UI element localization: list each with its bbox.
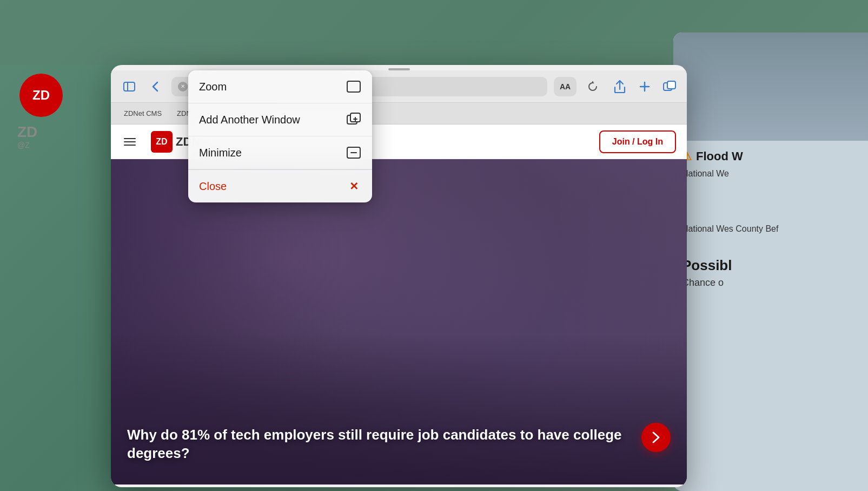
minimize-label: Minimize [199, 147, 242, 159]
address-close-button[interactable]: ✕ [178, 82, 188, 91]
hero-section: Why do 81% of tech employers still requi… [111, 159, 687, 485]
zoom-menu-item[interactable]: Zoom [188, 70, 372, 103]
flood-alert-panel: ⚠ Flood W National We National Wes Count… [673, 141, 868, 297]
zdnet-logo-icon: ZD [151, 131, 173, 153]
alert-subtitle-2: National Wes County Bef [682, 223, 859, 235]
back-button[interactable] [145, 77, 165, 96]
right-side-panel: ⚠ Flood W National We National Wes Count… [673, 32, 868, 491]
close-icon: ✕ [181, 83, 185, 89]
toolbar-right-actions [611, 78, 678, 95]
left-handle-text: @Z [17, 141, 105, 149]
hero-text-container: Why do 81% of tech employers still requi… [127, 426, 633, 463]
sidebar-icon [123, 82, 135, 91]
tab-zdnet-cms[interactable]: ZDNet CMS [120, 107, 166, 120]
window-context-menu: Zoom Add Another Window Minimize [188, 70, 372, 202]
svg-rect-0 [124, 82, 135, 91]
close-label: Close [199, 180, 227, 193]
left-background-content: ZD ZD @Z [0, 65, 114, 487]
add-window-icon [346, 112, 361, 127]
sidebar-toggle-button[interactable] [120, 77, 139, 96]
sky-image [673, 32, 868, 141]
new-tab-button[interactable] [636, 78, 653, 95]
close-x-icon: ✕ [346, 179, 361, 194]
zoom-icon [346, 79, 361, 94]
minimize-icon [346, 145, 361, 160]
left-brand-text: ZD [17, 123, 105, 141]
refresh-icon [587, 81, 598, 92]
back-icon [152, 81, 158, 92]
refresh-button[interactable] [583, 77, 602, 96]
tab-overview-button[interactable] [661, 78, 678, 95]
possibly-label: Possibl [682, 257, 859, 274]
chance-label: Chance o [682, 277, 859, 289]
chevron-right-icon [651, 431, 661, 444]
svg-rect-3 [667, 81, 675, 89]
svg-rect-4 [347, 81, 360, 92]
share-button[interactable] [611, 78, 628, 95]
text-size-button[interactable]: AA [554, 77, 577, 96]
add-window-menu-item[interactable]: Add Another Window [188, 103, 372, 136]
plus-icon [639, 81, 651, 93]
hero-headline: Why do 81% of tech employers still requi… [127, 426, 633, 463]
left-zdnet-logo: ZD [19, 74, 63, 117]
share-icon [614, 80, 626, 94]
alert-subtitle-1: National We [682, 168, 859, 180]
join-login-button[interactable]: Join / Log In [599, 130, 676, 153]
tab-overview-icon [663, 81, 676, 93]
hamburger-menu-button[interactable] [122, 136, 138, 148]
add-window-label: Add Another Window [199, 114, 300, 126]
minimize-menu-item[interactable]: Minimize [188, 136, 372, 169]
aa-label: AA [560, 82, 571, 91]
alert-title: Flood W [696, 149, 743, 163]
zoom-label: Zoom [199, 81, 227, 93]
alert-header: ⚠ Flood W [682, 149, 859, 163]
close-menu-item[interactable]: Close ✕ [188, 170, 372, 202]
next-article-button[interactable] [641, 423, 671, 452]
